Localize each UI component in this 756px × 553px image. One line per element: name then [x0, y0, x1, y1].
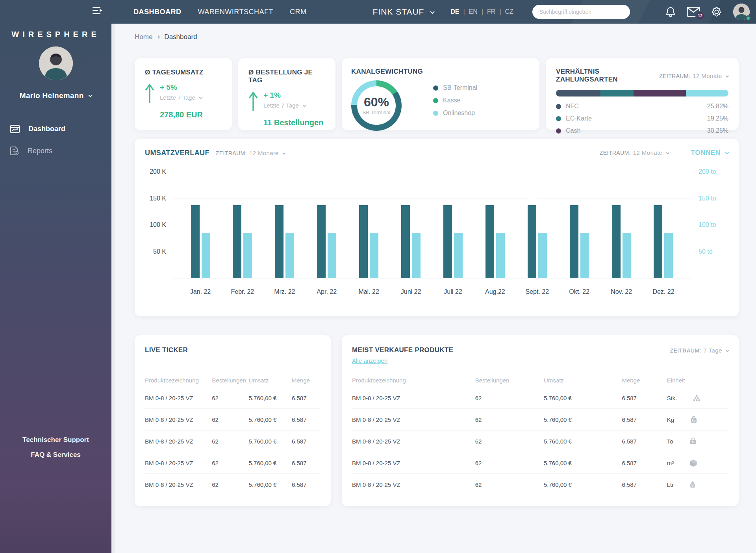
- month-label: Juni 22: [394, 288, 428, 295]
- language-cz[interactable]: CZ: [505, 8, 513, 15]
- zeitraum-selector-right[interactable]: ZEITRAUM:12 Monate: [600, 149, 669, 156]
- y-tick-left: 150 K: [150, 195, 166, 202]
- unit-toggle[interactable]: TONNEN: [691, 149, 728, 157]
- y-axis-right: 200 to.150 to100 to50 to: [699, 172, 732, 278]
- table-cell: 6.587: [622, 416, 667, 423]
- sidebar-item-reports[interactable]: Reports: [0, 140, 111, 162]
- donut-legend: SB-TerminalKasseOnlineshop: [433, 84, 477, 117]
- month-label: Mrz. 22: [268, 288, 302, 295]
- svg-text:Kg: Kg: [692, 419, 696, 422]
- bar-group-mai-22: [352, 172, 386, 278]
- legend-item-nfc: NFC25,82%: [556, 101, 728, 111]
- legend-label: Cash: [566, 127, 580, 134]
- table-cell: 62: [475, 481, 544, 488]
- svg-text:L: L: [692, 484, 694, 487]
- period-selector[interactable]: Letzte 7 Tage: [263, 102, 323, 109]
- chevron-down-icon: [303, 104, 306, 107]
- table-row[interactable]: BM 0-8 / 20-25 VZ625.760,00 €6.587: [145, 387, 321, 409]
- support-link[interactable]: Technischer Support: [0, 432, 111, 447]
- language-separator: |: [499, 8, 501, 15]
- kpi-delta: + 5%: [160, 84, 203, 92]
- card-kanalgewichtung: KANALGEWICHTUNG 60% SB-Terminal SB-Termi…: [342, 58, 539, 130]
- table-row[interactable]: BM 0-8 / 20-25 VZ625.760,00 €6.587m³: [352, 452, 728, 474]
- table-cell: 6.587: [292, 395, 321, 401]
- svg-text:To: To: [691, 441, 694, 444]
- notifications-button[interactable]: [665, 6, 676, 17]
- table-cell: 62: [475, 460, 544, 466]
- chevron-down-icon: [199, 96, 202, 99]
- table-cell: BM 0-8 / 20-25 VZ: [145, 416, 212, 423]
- user-avatar[interactable]: [39, 46, 73, 80]
- bar-group-nov-22: [604, 172, 638, 278]
- y-tick-left: 100 K: [150, 221, 166, 228]
- company-selector[interactable]: FINK STAUF: [373, 7, 434, 17]
- table-cell: 5.760,00 €: [249, 416, 292, 423]
- menu-toggle-icon[interactable]: [93, 6, 103, 15]
- table-row[interactable]: BM 0-8 / 20-25 VZ625.760,00 €6.587ToTo: [352, 431, 728, 452]
- see-all-link[interactable]: Alle anzeigen: [352, 357, 387, 364]
- bar-umsatz: [654, 205, 662, 278]
- table-row[interactable]: BM 0-8 / 20-25 VZ625.760,00 €6.587: [145, 409, 321, 431]
- table-cell: BM 0-8 / 20-25 VZ: [145, 395, 212, 401]
- breadcrumb-current: Dashboard: [164, 33, 197, 41]
- table-row[interactable]: BM 0-8 / 20-25 VZ625.760,00 €6.587: [145, 474, 321, 495]
- nav-item-warenwirtschaft[interactable]: WARENWIRTSCHAFT: [198, 8, 274, 16]
- card-title: VERHÄLTNIS ZAHLUNGSARTEN: [556, 68, 659, 84]
- bar-group-aug-22: [478, 172, 512, 278]
- weight-to-icon: To: [689, 437, 697, 445]
- period-selector[interactable]: Letzte 7 Tage: [160, 94, 203, 101]
- profile-button[interactable]: [733, 4, 750, 20]
- month-label: Febr. 22: [226, 288, 259, 295]
- column-header: Bestellungen: [212, 377, 248, 384]
- dashboard-icon: [10, 125, 20, 133]
- legend-dot: [433, 98, 438, 103]
- language-de[interactable]: DE: [450, 8, 459, 15]
- search-input[interactable]: [539, 9, 623, 15]
- settings-button[interactable]: [711, 6, 722, 17]
- table-body: BM 0-8 / 20-25 VZ625.760,00 €6.587Stk.BM…: [352, 387, 728, 495]
- messages-button[interactable]: 12: [687, 7, 700, 17]
- donut-center-value: 60%: [364, 96, 389, 108]
- legend-value: 19,25%: [707, 115, 728, 122]
- bar-group-jan-22: [183, 172, 217, 278]
- zeitraum-selector[interactable]: ZEITRAUM:7 Tage: [670, 347, 728, 354]
- column-header: Produktbezeichnung: [145, 377, 212, 384]
- table-row[interactable]: BM 0-8 / 20-25 VZ625.760,00 €6.587: [145, 431, 321, 452]
- language-en[interactable]: EN: [469, 8, 478, 15]
- chevron-down-icon: [666, 151, 669, 154]
- unit-label: To: [667, 438, 673, 445]
- month-label: Okt. 22: [562, 288, 596, 295]
- bar-chart-plot: [172, 172, 691, 278]
- donut-center-label: SB-Terminal: [363, 109, 391, 115]
- table-row[interactable]: BM 0-8 / 20-25 VZ625.760,00 €6.587Stk.: [352, 387, 728, 409]
- table-header: ProduktbezeichnungBestellungenUmsatzMeng…: [145, 373, 321, 387]
- language-fr[interactable]: FR: [487, 8, 495, 15]
- breadcrumb-home[interactable]: Home: [135, 33, 152, 41]
- table-cell: 5.760,00 €: [249, 395, 292, 401]
- month-label: Jan. 22: [183, 288, 217, 295]
- table-header: ProduktbezeichnungBestellungenUmsatzMeng…: [352, 373, 728, 387]
- nav-item-dashboard[interactable]: DASHBOARD: [133, 8, 182, 16]
- month-label: Juli 22: [436, 288, 470, 295]
- nav-item-crm[interactable]: CRM: [290, 8, 307, 16]
- gridline: [172, 278, 691, 278]
- table-cell: 6.587: [622, 481, 667, 488]
- zeitraum-selector[interactable]: ZEITRAUM:12 Monate: [659, 72, 728, 79]
- zeitraum-selector[interactable]: ZEITRAUM:12 Monate: [216, 150, 285, 156]
- legend-value: 30,25%: [707, 127, 728, 134]
- user-menu[interactable]: Mario Heinemann: [0, 91, 111, 100]
- table-cell-einheit: m³: [667, 459, 728, 467]
- sidebar-item-dashboard[interactable]: Dashboard: [0, 118, 111, 140]
- bar-tonnen: [580, 233, 589, 278]
- table-cell: 5.760,00 €: [544, 416, 622, 423]
- table-cell: 5.760,00 €: [544, 460, 622, 466]
- table-body: BM 0-8 / 20-25 VZ625.760,00 €6.587BM 0-8…: [145, 387, 321, 495]
- weight-kg-icon: Kg: [690, 416, 698, 423]
- legend-label: EC-Karte: [566, 115, 592, 122]
- table-row[interactable]: BM 0-8 / 20-25 VZ625.760,00 €6.587KgKg: [352, 409, 728, 431]
- table-row[interactable]: BM 0-8 / 20-25 VZ625.760,00 €6.587: [145, 452, 321, 474]
- faq-link[interactable]: FAQ & Services: [0, 447, 111, 462]
- search-box: [532, 5, 630, 19]
- table-row[interactable]: BM 0-8 / 20-25 VZ625.760,00 €6.587LtrL: [352, 474, 728, 495]
- month-label: Sept. 22: [520, 288, 554, 295]
